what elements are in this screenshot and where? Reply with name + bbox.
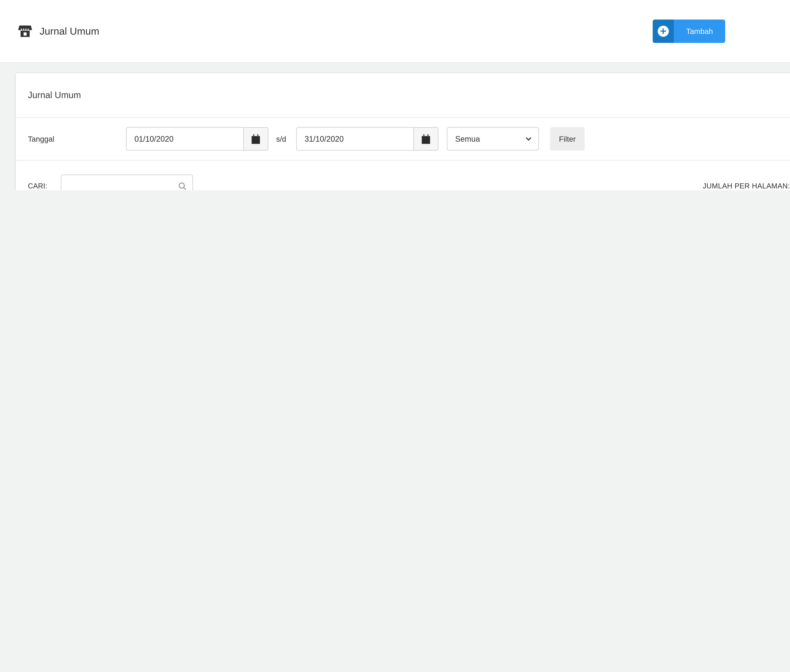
search-box (61, 174, 193, 190)
type-select[interactable]: Semua (447, 127, 539, 150)
calendar-icon (251, 134, 261, 144)
search-icon (178, 181, 187, 190)
page: Jurnal Umum Tambah Jurnal Umum Tanggal (0, 0, 790, 190)
date-to-calendar-button[interactable] (413, 127, 439, 150)
per-page-label: JUMLAH PER HALAMAN: (703, 182, 790, 190)
date-range-label: Tanggal (28, 135, 126, 143)
calendar-icon (421, 134, 431, 144)
filter-button[interactable]: Filter (550, 127, 585, 150)
date-from-input[interactable] (126, 127, 243, 150)
date-to-group (296, 127, 439, 150)
per-page-wrap: JUMLAH PER HALAMAN: 10 (703, 175, 790, 190)
store-icon (18, 24, 32, 38)
add-button[interactable]: Tambah (653, 19, 725, 43)
journal-card: Jurnal Umum Tanggal (15, 72, 790, 190)
type-select-value: Semua (455, 134, 480, 143)
page-title: Jurnal Umum (40, 26, 99, 37)
page-title-wrap: Jurnal Umum (18, 24, 99, 38)
date-to-input[interactable] (296, 127, 413, 150)
range-separator: s/d (276, 135, 286, 143)
search-label: CARI: (28, 182, 61, 190)
date-from-calendar-button[interactable] (243, 127, 268, 150)
add-button-label: Tambah (674, 19, 725, 43)
search-input[interactable] (61, 174, 193, 190)
search-row: CARI: JUMLAH PER HALAMAN: 10 (16, 161, 790, 190)
chevron-down-icon (526, 135, 531, 141)
card-title: Jurnal Umum (16, 73, 790, 118)
top-bar: Jurnal Umum Tambah (0, 0, 790, 63)
plus-circle-icon (653, 19, 674, 43)
date-from-group (126, 127, 268, 150)
filter-row: Tanggal s/d (16, 118, 790, 161)
